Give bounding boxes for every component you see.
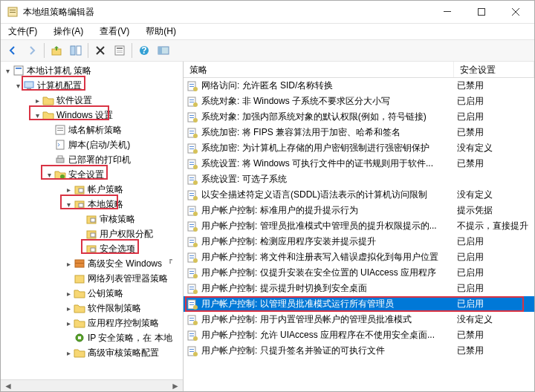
minimize-button[interactable] [430, 1, 464, 23]
list-pane: 策略 安全设置 网络访问: 允许匿名 SID/名称转换已禁用系统对象: 非 Wi… [184, 62, 534, 391]
svg-rect-80 [189, 211, 194, 212]
list-row[interactable]: 网络访问: 允许匿名 SID/名称转换已禁用 [184, 78, 534, 94]
tree-adv-audit[interactable]: ▸ 高级审核策略配置 [1, 345, 183, 360]
list-row[interactable]: 用户帐户控制: 标准用户的提升提示行为提示凭据 [184, 203, 534, 218]
policy-text: 网络访问: 允许匿名 SID/名称转换 [201, 79, 457, 92]
list-row[interactable]: 系统设置: 将 Windows 可执行文件中的证书规则用于软件...已禁用 [184, 156, 534, 172]
tree-computer-config[interactable]: ▾ 计算机配置 [1, 78, 183, 93]
svg-point-81 [193, 212, 198, 216]
list-row[interactable]: 用户帐户控制: 检测应用程序安装并提示提升已启用 [184, 234, 534, 249]
svg-rect-45 [78, 336, 81, 339]
setting-text: 没有定义 [457, 313, 534, 326]
svg-rect-83 [189, 224, 194, 225]
expand-icon[interactable]: ▸ [32, 97, 42, 105]
list-row[interactable]: 系统对象: 加强内部系统对象的默认权限(例如，符号链接)已启用 [184, 109, 534, 125]
tree-printers[interactable]: 已部署的打印机 [1, 152, 183, 167]
tree-audit-policy[interactable]: 审核策略 [1, 212, 183, 226]
tree-security-settings[interactable]: ▾ 安全设置 [1, 167, 183, 182]
properties-button[interactable] [111, 42, 129, 59]
expand-icon[interactable]: ▸ [63, 319, 74, 327]
show-hide-tree-button[interactable] [67, 42, 85, 59]
expand-icon[interactable]: ▸ [63, 304, 74, 313]
tree-pane[interactable]: ▾ 本地计算机 策略 ▾ 计算机配置 ▸ 软件设置 ▾ Windows 设置 域… [1, 62, 184, 391]
svg-rect-29 [58, 156, 62, 158]
col-setting[interactable]: 安全设置 [454, 62, 534, 77]
expand-icon[interactable]: ▸ [63, 290, 74, 298]
expand-icon[interactable]: ▾ [32, 111, 42, 120]
list-row[interactable]: 用户帐户控制: 允许 UIAccess 应用程序在不使用安全桌面...已禁用 [184, 327, 534, 343]
list-body[interactable]: 网络访问: 允许匿名 SID/名称转换已禁用系统对象: 非 Windows 子系… [184, 78, 534, 391]
col-policy[interactable]: 策略 [184, 62, 454, 77]
tree-app-control[interactable]: ▸ 应用程序控制策略 [1, 316, 183, 330]
setting-text: 已启用 [457, 251, 534, 264]
list-row[interactable]: 系统设置: 可选子系统 [184, 172, 534, 187]
svg-rect-88 [189, 242, 194, 243]
help-button[interactable]: ? [135, 42, 153, 59]
tree-public-key[interactable]: ▸ 公钥策略 [1, 286, 183, 301]
expand-icon[interactable]: ▸ [63, 186, 74, 194]
expand-icon[interactable]: ▸ [63, 349, 74, 357]
svg-rect-9 [77, 46, 81, 55]
tree-user-rights[interactable]: 用户权限分配 [1, 226, 183, 241]
svg-rect-4 [479, 9, 485, 16]
tree-network-list[interactable]: 网络列表管理器策略 [1, 271, 183, 286]
tree-adv-windows[interactable]: ▸ 高级安全 Windows 『 [1, 256, 183, 271]
menu-file[interactable]: 文件(F) [5, 24, 40, 39]
list-row[interactable]: 用户帐户控制: 提示提升时切换到安全桌面已启用 [184, 281, 534, 296]
svg-point-85 [193, 227, 198, 232]
tree-root[interactable]: ▾ 本地计算机 策略 [1, 63, 183, 78]
tree-scripts[interactable]: 脚本(启动/关机) [1, 137, 183, 152]
tree-windows-settings[interactable]: ▾ Windows 设置 [1, 108, 183, 122]
svg-rect-103 [189, 302, 194, 303]
svg-rect-43 [75, 275, 84, 283]
tree-scrollbar[interactable]: ◄► [1, 379, 183, 391]
list-row[interactable]: 以安全描述符定义语言(SDDL)语法表示的计算机访问限制没有定义 [184, 187, 534, 203]
tree-ipsec[interactable]: IP 安全策略，在 本地 [1, 330, 183, 345]
network-icon [74, 272, 85, 284]
menu-action[interactable]: 操作(A) [51, 24, 86, 39]
policy-text: 系统设置: 将 Windows 可执行文件中的证书规则用于软件... [201, 157, 457, 170]
forward-button[interactable] [23, 42, 41, 59]
tree-software-settings[interactable]: ▸ 软件设置 [1, 93, 183, 108]
list-row[interactable]: 用户帐户控制: 仅提升安装在安全位置的 UIAccess 应用程序已启用 [184, 265, 534, 281]
policy-item-icon [187, 174, 198, 186]
tree-account-policy[interactable]: ▸ 帐户策略 [1, 182, 183, 197]
up-level-button[interactable] [48, 42, 65, 59]
maximize-button[interactable] [464, 1, 499, 23]
tree-dns-policy[interactable]: 域名解析策略 [1, 122, 183, 137]
svg-rect-42 [75, 263, 84, 264]
expand-icon[interactable]: ▾ [2, 67, 13, 75]
list-row[interactable]: 用户帐户控制: 用于内置管理员帐户的管理员批准模式没有定义 [184, 312, 534, 327]
tree-local-policy[interactable]: ▾ 本地策略 [1, 197, 183, 212]
policy-item-icon [187, 314, 198, 326]
close-button[interactable] [499, 1, 533, 23]
list-row[interactable]: 系统对象: 非 Windows 子系统不要求区分大小写已启用 [184, 94, 534, 109]
list-row[interactable]: 用户帐户控制: 管理员批准模式中管理员的提升权限提示的...不提示，直接提升 [184, 218, 534, 234]
list-row[interactable]: 用户帐户控制: 以管理员批准模式运行所有管理员已启用 [184, 296, 534, 312]
setting-text: 已启用 [457, 267, 534, 279]
policy-text: 用户帐户控制: 将文件和注册表写入错误虚拟化到每用户位置 [201, 251, 457, 264]
back-button[interactable] [4, 42, 22, 59]
svg-rect-68 [189, 164, 194, 165]
tree-software-restriction[interactable]: ▸ 软件限制策略 [1, 301, 183, 316]
svg-rect-32 [79, 189, 83, 192]
expand-icon[interactable]: ▾ [44, 171, 54, 179]
list-row[interactable]: 系统加密: 为计算机上存储的用户密钥强制进行强密钥保护没有定义 [184, 140, 534, 156]
list-row[interactable]: 用户帐户控制: 将文件和注册表写入错误虚拟化到每用户位置已启用 [184, 249, 534, 265]
expand-icon[interactable]: ▾ [13, 82, 23, 90]
list-row[interactable]: 系统加密: 将 FIPS 兼容算法用于加密、哈希和签名已禁用 [184, 125, 534, 140]
svg-point-57 [193, 118, 198, 122]
policy-text: 系统对象: 非 Windows 子系统不要求区分大小写 [201, 95, 457, 108]
delete-button[interactable] [91, 42, 109, 59]
menu-help[interactable]: 帮助(H) [143, 24, 179, 39]
tree-security-options[interactable]: 安全选项 [1, 241, 183, 256]
expand-icon[interactable]: ▸ [63, 260, 74, 268]
expand-icon[interactable]: ▾ [63, 200, 74, 209]
policy-item-icon [54, 124, 66, 136]
svg-text:?: ? [141, 45, 146, 56]
extended-view-button[interactable] [155, 42, 172, 59]
policy-text: 用户帐户控制: 只提升签名并验证的可执行文件 [201, 344, 457, 357]
menu-view[interactable]: 查看(V) [97, 24, 132, 39]
svg-rect-60 [189, 133, 194, 134]
list-row[interactable]: 用户帐户控制: 只提升签名并验证的可执行文件已禁用 [184, 343, 534, 359]
